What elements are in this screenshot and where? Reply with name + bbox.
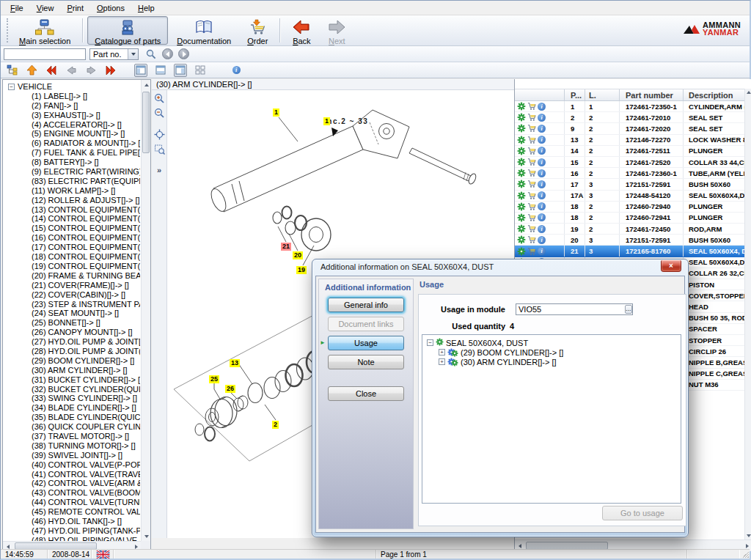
add-to-order-icon[interactable]	[527, 147, 536, 155]
table-row[interactable]: i162172461-72360-1TUBE,ARM (YELLOW:87)	[515, 168, 744, 179]
tree-item[interactable]: (41) CONTROL VALVE(TRAVEL & P.T.O.)[]-	[4, 470, 140, 479]
table-row[interactable]: i11172461-72350-1CYLINDER,ARM (87)	[515, 101, 744, 112]
tree-item[interactable]: (31) BUCKET CYLINDER[]-> []	[4, 375, 140, 385]
status-language[interactable]	[92, 550, 114, 559]
menu-file[interactable]: File	[4, 1, 30, 15]
menu-options[interactable]: Options	[90, 1, 131, 15]
general-info-button[interactable]: General info	[328, 298, 404, 312]
tree-item[interactable]: (43) CONTROL VALVE(BOOM & BUCKET)	[4, 488, 140, 498]
menu-print[interactable]: Print	[60, 1, 90, 15]
scroll-up-arrow[interactable]	[745, 89, 751, 96]
history-back-button[interactable]	[162, 48, 173, 59]
search-button[interactable]	[145, 48, 157, 60]
info-icon[interactable]: i	[538, 114, 546, 122]
info-icon[interactable]: i	[538, 136, 546, 144]
scroll-up-arrow[interactable]	[142, 80, 151, 89]
header-pos[interactable]: P...	[565, 89, 585, 100]
tree-item[interactable]: (17) CONTROL EQUIPMENT(SWING PEDA	[4, 243, 140, 252]
part-gear-icon[interactable]	[517, 180, 526, 188]
diagram-callout-26[interactable]: 26	[225, 385, 235, 393]
usage-module-input[interactable]	[516, 305, 625, 314]
info-icon[interactable]: i	[538, 180, 546, 188]
previous-module-button[interactable]	[65, 64, 78, 77]
go-up-button[interactable]	[25, 64, 38, 77]
tree-item[interactable]: (22) COVER(CABIN)[]-> []	[4, 290, 140, 300]
info-icon[interactable]: i	[538, 236, 546, 244]
add-to-order-icon[interactable]	[527, 169, 536, 177]
add-to-order-icon[interactable]	[527, 102, 536, 111]
table-row[interactable]: i192172461-72450ROD,ARM	[515, 224, 744, 235]
part-gear-icon[interactable]	[517, 202, 526, 211]
tree-item[interactable]: (1) LABEL[]-> []	[4, 92, 140, 101]
dialog-close-button[interactable]: ×	[661, 260, 681, 272]
expand-icon[interactable]: +	[439, 349, 445, 355]
history-forward-button[interactable]	[178, 48, 189, 59]
part-search-input[interactable]	[4, 48, 86, 60]
tree-item[interactable]: (23) STEP & INSTRUMENT PANEL[]-> []	[4, 300, 140, 309]
add-to-order-icon[interactable]	[527, 235, 536, 244]
table-row[interactable]: i132172146-72270LOCK WASHER 85	[515, 135, 744, 146]
scrollbar-thumb[interactable]	[142, 92, 150, 153]
info-icon[interactable]: i	[538, 247, 546, 255]
table-row[interactable]: i22172461-72010SEAL SET	[515, 112, 744, 123]
tree-item[interactable]: (21) COVER(FRAME)[]-> []	[4, 281, 140, 290]
next-module-button[interactable]	[84, 64, 98, 77]
add-to-order-icon[interactable]	[527, 124, 536, 133]
table-row[interactable]: i182172460-72941PLUNGER	[515, 213, 744, 224]
zoom-in-button[interactable]	[153, 92, 166, 105]
tree-item[interactable]: (19) CONTROL EQUIPMENT(P.T.O.PEDAL)	[4, 262, 140, 271]
back-button[interactable]: Back	[285, 16, 318, 45]
diagram-callout-20[interactable]: 20	[293, 251, 303, 259]
tree-item[interactable]: (32) BUCKET CYLINDER(QUICK COUPLER	[4, 385, 140, 394]
expand-icon[interactable]: +	[439, 358, 445, 365]
add-to-order-icon[interactable]	[527, 113, 536, 122]
tree-vertical-scrollbar[interactable]	[141, 80, 150, 541]
menu-view[interactable]: View	[30, 1, 61, 15]
usage-tree-item[interactable]: +(30) ARM CYLINDER[]-> []	[427, 357, 681, 366]
add-to-order-icon[interactable]	[527, 158, 536, 166]
order-button[interactable]: Order	[240, 16, 275, 45]
part-gear-icon[interactable]	[517, 158, 526, 166]
search-field-combo[interactable]: Part no.	[89, 48, 139, 60]
tree-item[interactable]: (9) ELECTRIC PART(WIRING)[]-> []	[4, 167, 140, 177]
info-icon[interactable]: i	[538, 225, 546, 233]
menu-help[interactable]: Help	[131, 1, 161, 15]
info-icon[interactable]: i	[538, 125, 546, 133]
add-to-order-icon[interactable]	[527, 247, 536, 256]
tree-item[interactable]: (44) CONTROL VALVE(TURNING & BLADE	[4, 498, 140, 507]
view-grid-button[interactable]	[194, 64, 207, 77]
tree-item[interactable]: (28) HYD.OIL PUMP & JOINT(QUICK COU	[4, 347, 140, 356]
tree-item[interactable]: (36) QUICK COUPLER CYLINDER[]-> []	[4, 422, 140, 432]
tree-item[interactable]: (46) HYD.OIL TANK[]-> []	[4, 517, 140, 526]
first-module-button[interactable]	[45, 64, 58, 77]
add-to-order-icon[interactable]	[527, 202, 536, 211]
diagram-callout-2[interactable]: 2	[272, 421, 279, 429]
tree-item[interactable]: (27) HYD.OIL PUMP & JOINT[]-> []	[4, 337, 140, 347]
more-tools-button[interactable]: »	[153, 166, 166, 174]
add-to-order-icon[interactable]	[527, 136, 536, 144]
tree-item[interactable]: (8) BATTERY[]-> []	[4, 158, 140, 167]
view-left-panel-button[interactable]	[134, 64, 147, 77]
tree-item[interactable]: (4) ACCELERATOR[]-> []	[4, 120, 140, 130]
info-icon[interactable]: i	[538, 103, 546, 111]
info-icon[interactable]: i	[538, 213, 546, 221]
table-vertical-scrollbar[interactable]	[744, 89, 751, 539]
table-row[interactable]: i213172165-81760SEAL 50X60X4, DUST	[515, 246, 744, 257]
view-bottom-panel-button[interactable]	[154, 64, 167, 77]
zoom-region-button[interactable]	[153, 143, 166, 155]
table-row[interactable]: i173172151-72591BUSH 50X60	[515, 179, 744, 190]
tree-item[interactable]: (29) BOOM CYLINDER[]-> []	[4, 356, 140, 366]
part-gear-icon[interactable]	[517, 113, 526, 122]
collapse-icon[interactable]: −	[8, 84, 15, 90]
table-row[interactable]: i17A3172448-54120SEAL 50X60X4,DUST	[515, 191, 744, 202]
resize-grip[interactable]	[741, 550, 749, 558]
add-to-order-icon[interactable]	[527, 224, 536, 233]
tree-item[interactable]: (40) CONTROL VALVE(P-PORT)[]-> []	[4, 460, 140, 470]
go-to-usage-button[interactable]: Go to usage	[602, 506, 683, 520]
scroll-down-arrow[interactable]	[142, 531, 151, 541]
tree-item[interactable]: (39) SWIVEL JOINT[]-> []	[4, 451, 140, 460]
tree-item[interactable]: (37) TRAVEL MOTOR[]-> []	[4, 432, 140, 441]
tree-item[interactable]: (14) CONTROL EQUIPMENT(LOCK LEVER	[4, 214, 140, 224]
tree-item[interactable]: (3) EXHAUST[]-> []	[4, 111, 140, 120]
tree-item[interactable]: (45) REMOTE CONTROL VALVE[]-> []	[4, 507, 140, 517]
